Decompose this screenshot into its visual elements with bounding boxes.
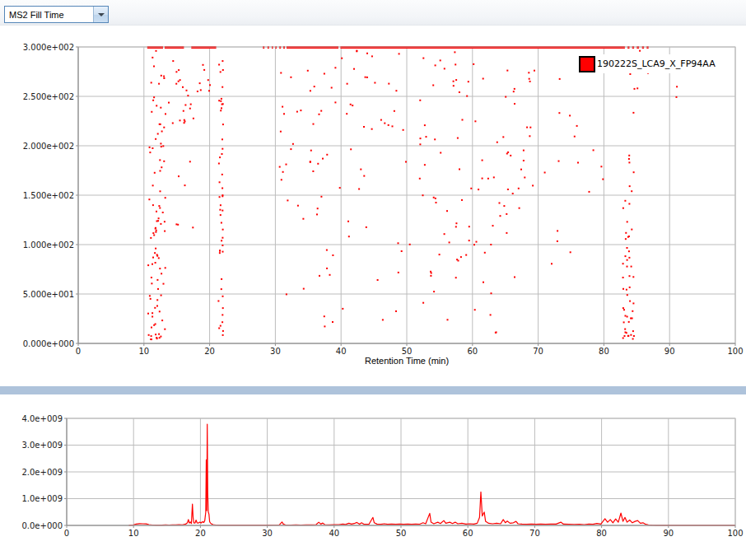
scatter-point [280,131,282,133]
scatter-point [523,150,525,152]
scatter-point [409,244,411,245]
scatter-point [153,235,155,236]
scatter-point [506,70,508,72]
scatter-point [490,244,492,245]
scatter-point [184,119,185,121]
scatter-point [152,57,153,58]
scatter-point [405,161,407,163]
charts-canvas: 01020304050607080901003.000e+0022.500e+0… [0,0,746,560]
scatter-point [187,95,189,96]
scatter-point [313,124,315,125]
scatter-point [158,217,160,219]
metric-dropdown-button[interactable] [93,7,108,22]
scatter-point [190,104,192,105]
scatter-point [493,176,495,178]
y-tick-label: 1.000e+002 [23,240,74,250]
scatter-point [157,288,159,290]
scatter-point [219,156,221,158]
scatter-point [156,50,157,52]
y-tick-label: 2.000e+002 [23,142,74,151]
scatter-point [178,81,180,82]
scatter-point [380,119,382,121]
scatter-point [487,178,489,180]
scatter-point [424,164,426,166]
scatter-point [324,325,325,327]
scatter-point [220,110,221,111]
x-tick-label: 10 [128,529,139,538]
scatter-point [222,69,224,71]
scatter-point [175,71,177,72]
scatter-point [395,90,397,91]
scatter-point [178,175,180,177]
scatter-point [280,72,282,74]
x-tick-label: 90 [664,347,675,356]
y-tick-label: 5.000e+001 [23,290,74,299]
scatter-point [219,252,221,254]
scatter-point [159,268,161,269]
scatter-point [629,301,631,302]
scatter-point [286,293,287,295]
tic-chart[interactable]: 01020304050607080901004.0e+0093.0e+0092.… [21,414,743,539]
scatter-point [153,96,155,98]
metric-dropdown[interactable]: MS2 Fill Time [4,6,109,23]
scatter-point [514,88,515,90]
scatter-point [165,197,166,198]
scatter-point [150,298,152,300]
scatter-point [476,241,478,243]
scatter-point [455,277,457,278]
scatter-point [220,325,221,327]
scatter-point [162,145,164,147]
scatter-point [632,310,633,312]
scatter-point [160,336,161,338]
scatter-point [186,90,188,91]
scatter-point [282,171,284,173]
scatter-point [193,118,194,119]
fill-time-chart[interactable]: 01020304050607080901003.000e+0022.500e+0… [23,43,744,357]
scatter-point [332,254,333,256]
scatter-point [222,330,224,332]
scatter-point [358,189,360,190]
scatter-point [326,268,328,269]
x-tick-label: 100 [727,347,743,356]
scatter-point [218,163,220,165]
scatter-point [290,77,291,78]
scatter-point [557,230,558,231]
scatter-point [523,160,525,161]
scatter-point [382,319,384,320]
scatter-point [366,77,368,78]
scatter-point [432,85,434,86]
scatter-point [222,307,224,309]
panel-separator[interactable] [0,386,746,394]
scatter-point [625,238,627,240]
tick-labels: 01020304050607080901004.0e+0093.0e+0092.… [21,414,743,539]
scatter-point [506,153,508,155]
scatter-point [473,63,474,65]
scatter-point [221,321,223,323]
scatter-point [160,170,161,172]
scatter-point [184,122,185,124]
y-tick-label: 1.500e+002 [23,191,74,200]
scatter-point [209,84,211,86]
scatter-point [155,227,156,229]
scatter-point [203,64,204,66]
y-tick-label: 2.500e+002 [23,92,74,101]
scatter-point [457,138,459,139]
scatter-point [156,221,158,222]
scatter-point [350,148,352,150]
scatter-point [458,260,459,262]
scatter-point [622,288,624,290]
scatter-point [152,316,153,318]
scatter-point [627,316,628,318]
scatter-point [151,282,152,284]
scatter-point [282,106,283,108]
scatter-point [154,172,156,174]
scatter-point [505,96,506,98]
scatter-point [184,184,186,186]
scatter-point [159,310,161,312]
scatter-point [319,114,320,115]
scatter-point [492,225,494,226]
scatter-point [220,214,221,216]
scatter-point [155,231,156,233]
scatter-point [279,166,281,168]
x-tick-label: 0 [76,347,81,356]
